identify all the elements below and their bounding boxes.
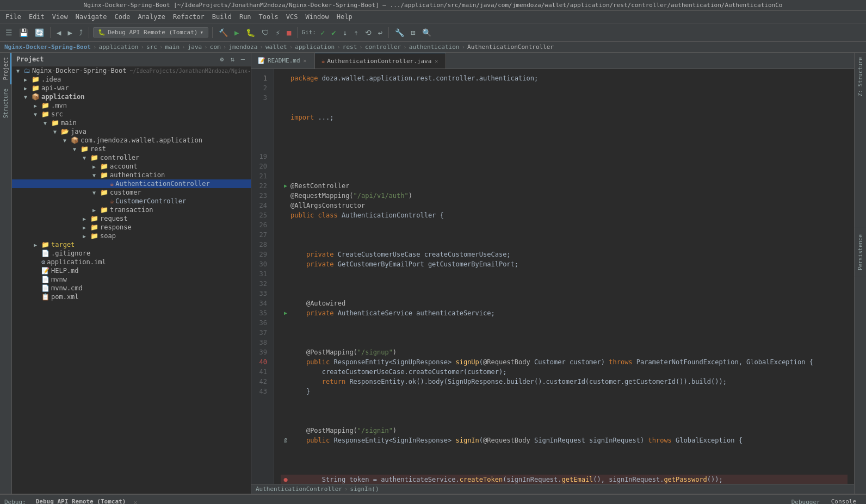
menu-vcs[interactable]: VCS [283,12,301,22]
git-revert-icon[interactable]: ↩ [376,27,385,38]
tree-item-customer-folder[interactable]: ▼ 📁 customer [12,188,251,197]
tree-item-apiwar[interactable]: ▶ 📁 api-war [12,84,251,92]
project-gear-icon[interactable]: ⚙ [218,55,225,64]
persistence-tab[interactable]: Persistence [856,229,865,274]
menu-view[interactable]: View [49,12,71,22]
tab-authcontroller[interactable]: ☕ AuthenticationController.java ✕ [315,53,447,69]
expand-auth-icon[interactable]: ▼ [92,172,100,178]
bc-authcontroller[interactable]: AuthenticationController [467,43,554,51]
tree-item-mvnwcmd[interactable]: ▶ 📄 mvnw.cmd [12,284,251,293]
bc-java[interactable]: java [188,43,202,51]
tree-item-customer-ctrl[interactable]: ▶ ☕ CustomerController [12,197,251,206]
tree-item-mvn[interactable]: ▶ 📁 .mvn [12,101,251,110]
expand-pkg-icon[interactable]: ▼ [63,138,71,144]
expand-target-icon[interactable]: ▶ [34,242,41,248]
bc-project[interactable]: Nginx-Docker-Spring-Boot [4,43,91,51]
bc-wallet[interactable]: wallet [265,43,287,51]
z-structure-tab[interactable]: Z: Structure [855,53,866,101]
expand-java-icon[interactable]: ▼ [53,129,61,135]
run-config-selector[interactable]: 🐛 Debug API Remote (Tomcat) ▾ [93,27,208,38]
bc-application2[interactable]: application [295,43,335,51]
tab-debugger[interactable]: Debugger [786,496,826,504]
tree-item-soap[interactable]: ▶ 📁 soap [12,232,251,240]
expand-soap-icon[interactable]: ▶ [83,233,90,239]
code-editor[interactable]: 1 2 3 19 20 21 22 23 24 25 26 27 28 29 3… [251,69,854,484]
tree-item-controller[interactable]: ▼ 📁 controller [12,153,251,162]
menu-refactor[interactable]: Refactor [170,12,208,22]
bc-main[interactable]: main [165,43,180,51]
toolbar-stop-icon[interactable]: ■ [284,27,293,38]
tree-item-auth-controller[interactable]: ▶ ☕ AuthenticationController [12,179,251,188]
tree-item-target[interactable]: ▶ 📁 target [12,240,251,249]
toolbar-search-icon[interactable]: 🔍 [420,27,434,38]
menu-edit[interactable]: Edit [26,12,48,22]
tree-item-authentication[interactable]: ▼ 📁 authentication [12,171,251,179]
toolbar-back-icon[interactable]: ◀ [54,27,63,38]
menu-code[interactable]: Code [112,12,134,22]
project-tab[interactable]: Project [0,53,11,84]
expand-req-icon[interactable]: ▶ [83,216,90,222]
expand-idea-icon[interactable]: ▶ [24,77,32,83]
menu-navigate[interactable]: Navigate [72,12,110,22]
debug-config-name[interactable]: Debug API Remote (Tomcat) [30,496,132,504]
menu-file[interactable]: File [2,12,24,22]
tree-item-src[interactable]: ▼ 📁 src [12,110,251,119]
tree-item-root[interactable]: ▼ 🗂 Nginx-Docker-Spring-Boot ~/IdeaProje… [12,66,251,75]
toolbar-run-icon[interactable]: ▶ [232,27,241,38]
structure-tab-left[interactable]: Structure [0,84,11,122]
tree-item-idea[interactable]: ▶ 📁 .idea [12,75,251,84]
toolbar-forward-icon[interactable]: ▶ [65,27,74,38]
tree-item-java[interactable]: ▼ 📂 java [12,127,251,136]
expand-cust-icon[interactable]: ▼ [92,190,100,196]
expand-ctrl-icon[interactable]: ▼ [83,155,90,161]
git-tick-icon[interactable]: ✔ [329,27,338,38]
menu-run[interactable]: Run [236,12,255,22]
menu-build[interactable]: Build [209,12,235,22]
git-history-icon[interactable]: ⟲ [363,27,374,38]
tab-console[interactable]: Console [826,496,862,504]
project-sort-icon[interactable]: ⇅ [229,55,236,64]
toolbar-debug-icon[interactable]: 🐛 [244,27,257,38]
toolbar-layout-icon[interactable]: ⊞ [409,27,417,38]
tree-item-transaction[interactable]: ▶ 📁 transaction [12,206,251,214]
code-content[interactable]: package doza.wallet.application.rest.con… [274,69,854,484]
tab-readme-close[interactable]: ✕ [302,57,308,64]
toolbar-sync-icon[interactable]: 🔄 [33,27,46,38]
git-push-icon[interactable]: ↑ [351,27,360,38]
file-tree[interactable]: ▼ 🗂 Nginx-Docker-Spring-Boot ~/IdeaProje… [12,66,251,494]
tree-item-response[interactable]: ▶ 📁 response [12,223,251,232]
tab-readme[interactable]: 📝 README.md ✕ [251,53,315,69]
bc-rest[interactable]: rest [343,43,357,51]
tree-item-package[interactable]: ▼ 📦 com.jmendoza.wallet.application [12,136,251,145]
bc-jmendoza[interactable]: jmendoza [228,43,257,51]
tree-item-application[interactable]: ▼ 📦 application [12,92,251,101]
git-checkmark-icon[interactable]: ✓ [318,27,327,38]
expand-resp-icon[interactable]: ▶ [83,225,90,231]
expand-root-icon[interactable]: ▼ [16,68,24,74]
toolbar-profile-icon[interactable]: ⚡ [274,27,282,38]
tree-item-gitignore[interactable]: ▶ 📄 .gitignore [12,249,251,258]
menu-analyze[interactable]: Analyze [134,12,169,22]
expand-app-icon[interactable]: ▼ [24,94,32,100]
tree-item-mvnw[interactable]: ▶ 📄 mvnw [12,275,251,284]
bc-application[interactable]: application [99,43,139,51]
tree-item-main[interactable]: ▼ 📁 main [12,119,251,127]
expand-rest-icon[interactable]: ▼ [73,146,81,152]
tree-item-request[interactable]: ▶ 📁 request [12,214,251,223]
bc-com[interactable]: com [210,43,221,51]
tree-item-iml[interactable]: ▶ ⚙ application.iml [12,258,251,266]
expand-main-icon[interactable]: ▼ [44,120,51,126]
expand-mvn-icon[interactable]: ▶ [34,103,41,109]
tab-auth-close[interactable]: ✕ [434,58,439,65]
expand-src-icon[interactable]: ▼ [34,111,41,117]
toolbar-coverage-icon[interactable]: 🛡 [259,27,271,38]
bc-authentication[interactable]: authentication [409,43,460,51]
toolbar-hamburger-icon[interactable]: ☰ [3,27,15,38]
menu-window[interactable]: Window [302,12,332,22]
git-update-icon[interactable]: ↓ [341,27,349,38]
menu-tools[interactable]: Tools [256,12,282,22]
expand-acct-icon[interactable]: ▶ [92,164,100,170]
bc-controller[interactable]: controller [365,43,401,51]
project-collapse-icon[interactable]: — [239,55,246,64]
tree-item-helpmd[interactable]: ▶ 📝 HELP.md [12,266,251,275]
